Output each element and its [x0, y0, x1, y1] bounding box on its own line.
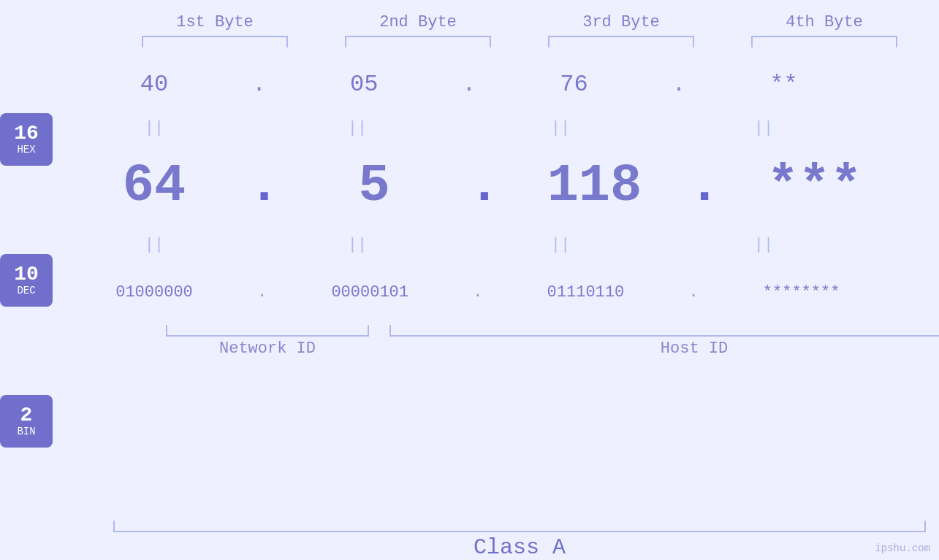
bin-val-1: 01000000 — [115, 283, 193, 302]
dec-cell-1: 64 — [53, 156, 256, 216]
bin-cell-1: 01000000 — [53, 283, 256, 302]
bin-cell-3: 01110110 — [484, 283, 687, 302]
bracket-labels: Network ID Host ID — [166, 340, 939, 358]
dot-bin-3: . — [688, 283, 698, 302]
host-id-label: Host ID — [389, 340, 939, 358]
bin-number: 2 — [20, 405, 33, 426]
dot-bin-2: . — [473, 283, 482, 302]
bin-val-2: 00000101 — [331, 283, 408, 302]
hex-cell-4: ** — [683, 71, 886, 98]
bin-row: 01000000 . 00000101 . 01110110 . *******… — [53, 259, 939, 325]
dec-cell-4: *** — [713, 156, 916, 216]
network-bracket — [166, 325, 369, 337]
bin-label: BIN — [17, 426, 35, 437]
bracket-top-3 — [548, 36, 694, 47]
eq-1-1: || — [53, 119, 256, 137]
bottom-section: Network ID Host ID — [166, 325, 939, 398]
hex-val-4: ** — [769, 71, 797, 98]
bracket-cell-1 — [113, 36, 316, 47]
class-bracket — [113, 521, 926, 532]
bin-val-3: 01110110 — [547, 283, 625, 302]
byte-headers: 1st Byte 2nd Byte 3rd Byte 4th Byte — [113, 13, 939, 31]
dec-val-1: 64 — [123, 156, 186, 216]
hex-cell-1: 40 — [53, 71, 256, 98]
content-area: 16 HEX 10 DEC 2 BIN 40 . — [0, 55, 939, 521]
eq-2-3: || — [459, 236, 662, 254]
hex-cell-3: 76 — [472, 71, 675, 98]
dec-val-4: *** — [767, 156, 862, 216]
byte2-header: 2nd Byte — [316, 13, 520, 31]
byte1-header: 1st Byte — [113, 13, 316, 31]
eq-1-2: || — [256, 119, 459, 137]
bottom-brackets — [166, 325, 939, 337]
eq-2-4: || — [662, 236, 865, 254]
eq-1-4: || — [662, 119, 865, 137]
dot-bin-1: . — [257, 283, 267, 302]
bracket-top-2 — [345, 36, 491, 47]
dec-number: 10 — [14, 264, 39, 285]
hex-cell-2: 05 — [262, 71, 465, 98]
byte4-header: 4th Byte — [723, 13, 926, 31]
bin-cell-2: 00000101 — [268, 283, 471, 302]
labels-col: 16 HEX 10 DEC 2 BIN — [0, 55, 53, 521]
class-section: Class A — [113, 521, 939, 560]
bin-val-4: ******** — [763, 283, 840, 302]
dec-label: DEC — [17, 285, 35, 296]
main-container: 1st Byte 2nd Byte 3rd Byte 4th Byte 16 H… — [0, 0, 939, 560]
dec-val-2: 5 — [359, 156, 390, 216]
hex-label: HEX — [17, 144, 35, 156]
top-brackets — [113, 36, 939, 47]
byte3-header: 3rd Byte — [520, 13, 723, 31]
bracket-top-1 — [142, 36, 288, 47]
dec-val-3: 118 — [547, 156, 642, 216]
eq-1-3: || — [459, 119, 662, 137]
watermark: ipshu.com — [875, 542, 930, 554]
eq-row-1: || || || || — [53, 113, 939, 142]
hex-val-3: 76 — [560, 71, 588, 98]
bracket-cell-4 — [723, 36, 926, 47]
bracket-cell-2 — [316, 36, 520, 47]
hex-number: 16 — [14, 123, 39, 144]
dec-cell-2: 5 — [273, 156, 476, 216]
eq-2-1: || — [53, 236, 256, 254]
dec-row: 64 . 5 . 118 . *** — [53, 142, 939, 230]
dec-cell-3: 118 — [493, 156, 696, 216]
host-bracket — [389, 325, 939, 337]
network-id-label: Network ID — [166, 340, 369, 358]
eq-row-2: || || || || — [53, 230, 939, 259]
hex-row: 40 . 05 . 76 . ** — [53, 55, 939, 113]
rows-col: 40 . 05 . 76 . ** — [53, 55, 939, 521]
bin-cell-4: ******** — [700, 283, 903, 302]
hex-badge: 16 HEX — [0, 113, 53, 166]
bracket-top-4 — [751, 36, 897, 47]
hex-val-2: 05 — [350, 71, 378, 98]
bin-badge: 2 BIN — [0, 395, 53, 448]
hex-val-1: 40 — [140, 71, 168, 98]
bracket-cell-3 — [520, 36, 723, 47]
dec-badge: 10 DEC — [0, 254, 53, 307]
class-label: Class A — [113, 535, 926, 560]
eq-2-2: || — [256, 236, 459, 254]
